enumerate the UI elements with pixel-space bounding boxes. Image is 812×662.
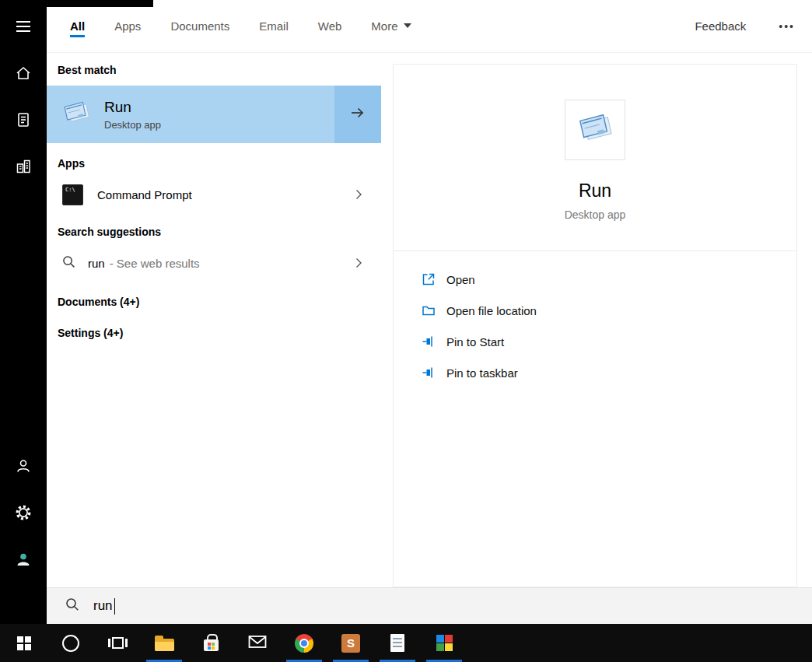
preview-panel: Run Desktop app Open: [393, 64, 797, 587]
preview-icon-frame: [565, 100, 625, 160]
search-window: All Apps Documents Email Web More Feedba…: [47, 0, 812, 624]
windows-logo-icon: [17, 636, 31, 650]
best-match-main[interactable]: Run Desktop app: [47, 86, 334, 143]
action-label: Open file location: [446, 304, 537, 317]
sublime-text-icon: S: [341, 634, 360, 653]
dropdown-arrow-icon: [404, 23, 411, 28]
chevron-right-icon[interactable]: [355, 189, 362, 200]
tab-documents[interactable]: Documents: [170, 16, 229, 37]
desktop-edge: [47, 0, 153, 7]
best-match-subtitle: Desktop app: [104, 119, 161, 131]
results-panel: Best match Run Desktop ap: [47, 53, 381, 349]
group-settings[interactable]: Settings (4+): [47, 317, 381, 349]
cortana-icon: [62, 635, 79, 652]
user-button[interactable]: [0, 444, 47, 491]
taskbar-notepad[interactable]: [374, 624, 421, 662]
sidebar-top-group: [0, 51, 47, 191]
action-label: Pin to taskbar: [446, 366, 518, 380]
best-match-title: Run: [104, 99, 161, 116]
action-pin-to-start[interactable]: Pin to Start: [422, 326, 796, 357]
taskbar-sublime-text[interactable]: S: [327, 624, 374, 662]
start-button[interactable]: [1, 624, 47, 662]
preview-subtitle: Desktop app: [565, 208, 626, 221]
menu-button[interactable]: [0, 8, 47, 45]
search-query-text: run: [93, 598, 113, 614]
mail-icon: [248, 635, 267, 652]
right-arrow-icon: [350, 106, 366, 123]
action-open[interactable]: Open: [422, 264, 796, 295]
store-icon: [204, 639, 219, 651]
tab-web[interactable]: Web: [318, 16, 342, 37]
taskbar: S: [0, 624, 812, 662]
home-button[interactable]: [0, 51, 47, 98]
search-filter-tabs: All Apps Documents Email Web More Feedba…: [47, 0, 812, 53]
action-label: Pin to Start: [446, 335, 504, 349]
best-match-text: Run Desktop app: [104, 99, 161, 131]
run-app-icon-large: [577, 110, 613, 149]
tab-more-label: More: [371, 19, 397, 33]
chrome-icon: [295, 634, 313, 653]
sidebar-bottom-group: [0, 444, 47, 584]
start-search-screen: All Apps Documents Email Web More Feedba…: [0, 0, 812, 662]
user-icon: [15, 457, 32, 478]
expand-result-button[interactable]: [334, 86, 381, 143]
suggestions-section-header: Search suggestions: [58, 226, 381, 238]
task-view-button[interactable]: [94, 624, 141, 662]
apps-section-header: Apps: [58, 157, 381, 170]
taskbar-chrome[interactable]: [281, 624, 327, 662]
command-prompt-icon: C:\: [62, 184, 83, 205]
notebook-button[interactable]: [0, 98, 47, 145]
buildings-icon: [15, 158, 32, 178]
group-documents[interactable]: Documents (4+): [47, 286, 381, 317]
pin-icon: [422, 366, 436, 380]
feedback-link[interactable]: Feedback: [695, 19, 746, 33]
organization-button[interactable]: [0, 145, 47, 191]
file-explorer-icon: [155, 639, 174, 651]
taskbar-colorful-app[interactable]: [421, 624, 467, 662]
text-caret: [114, 598, 115, 615]
preview-actions: Open Open file location: [394, 251, 796, 388]
taskbar-store[interactable]: [187, 624, 234, 662]
account-avatar-icon: [15, 551, 32, 571]
search-sidebar: [0, 0, 47, 624]
action-pin-to-taskbar[interactable]: Pin to taskbar: [422, 357, 796, 388]
action-open-file-location[interactable]: Open file location: [422, 295, 796, 326]
result-command-prompt[interactable]: C:\ Command Prompt: [47, 177, 381, 212]
open-icon: [422, 272, 436, 286]
settings-button[interactable]: [0, 491, 47, 538]
tab-more[interactable]: More: [371, 16, 411, 37]
tab-apps[interactable]: Apps: [114, 16, 141, 37]
result-label: Command Prompt: [97, 188, 192, 201]
pin-icon: [422, 335, 436, 349]
tab-email[interactable]: Email: [259, 16, 289, 37]
best-match-header: Best match: [58, 64, 381, 76]
folder-icon: [422, 303, 436, 317]
run-app-icon: [62, 99, 90, 130]
task-view-icon: [108, 637, 128, 649]
overflow-menu-button[interactable]: •••: [779, 20, 795, 33]
search-icon: [62, 255, 75, 271]
gear-icon: [15, 504, 32, 524]
chevron-right-icon[interactable]: [355, 257, 362, 268]
taskbar-mail[interactable]: [234, 624, 281, 662]
search-icon: [65, 597, 79, 615]
best-match-result-run[interactable]: Run Desktop app: [47, 86, 381, 143]
search-input[interactable]: run: [47, 587, 812, 624]
search-suggestion-run[interactable]: run - See web results: [47, 246, 381, 280]
colorful-app-icon: [436, 635, 453, 651]
home-icon: [15, 65, 32, 85]
taskbar-file-explorer[interactable]: [141, 624, 187, 662]
action-label: Open: [446, 273, 475, 286]
preview-title: Run: [579, 180, 611, 201]
suggestion-hint: - See web results: [110, 257, 200, 270]
suggestion-query: run: [88, 257, 105, 270]
notebook-icon: [15, 111, 32, 131]
account-button[interactable]: [0, 538, 47, 584]
notepad-icon: [390, 634, 404, 652]
hamburger-icon: [16, 21, 30, 32]
tab-all[interactable]: All: [70, 16, 85, 37]
cortana-button[interactable]: [47, 624, 94, 662]
